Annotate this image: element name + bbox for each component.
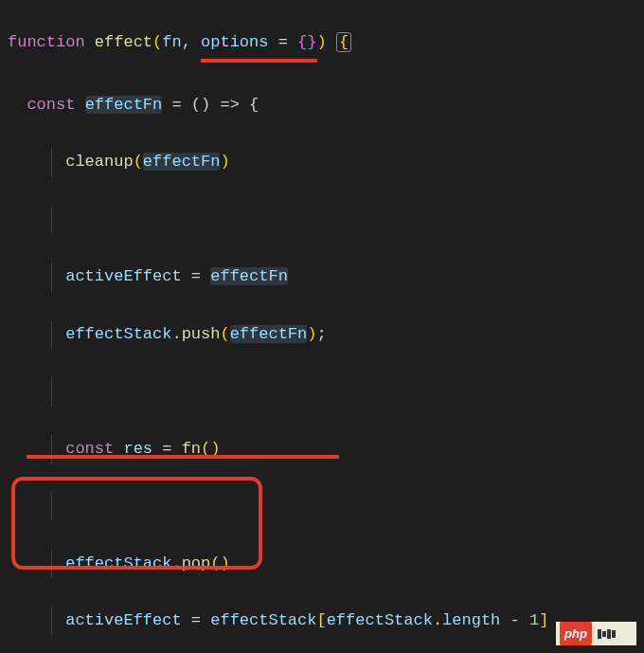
code-line [8, 377, 644, 406]
code-editor[interactable]: function effect(fn, options = {}) { cons… [8, 0, 644, 653]
code-line [8, 206, 644, 234]
annotation-underline [27, 455, 339, 459]
watermark-text: php [560, 622, 592, 645]
code-line: function effect(fn, options = {}) { [8, 28, 644, 62]
code-line: activeEffect = effectFn [8, 263, 644, 291]
code-line: const effectFn = () => { [8, 91, 644, 119]
watermark-badge: php [556, 622, 636, 645]
code-line: const res = fn() [8, 435, 644, 463]
code-line: activeEffect = effectStack[effectStack.l… [8, 607, 644, 635]
code-line [8, 492, 644, 520]
code-line: effectStack.push(effectFn); [8, 320, 644, 349]
code-line: effectStack.pop() [8, 550, 644, 578]
watermark-bars [598, 629, 616, 639]
code-line: cleanup(effectFn) [8, 148, 644, 176]
